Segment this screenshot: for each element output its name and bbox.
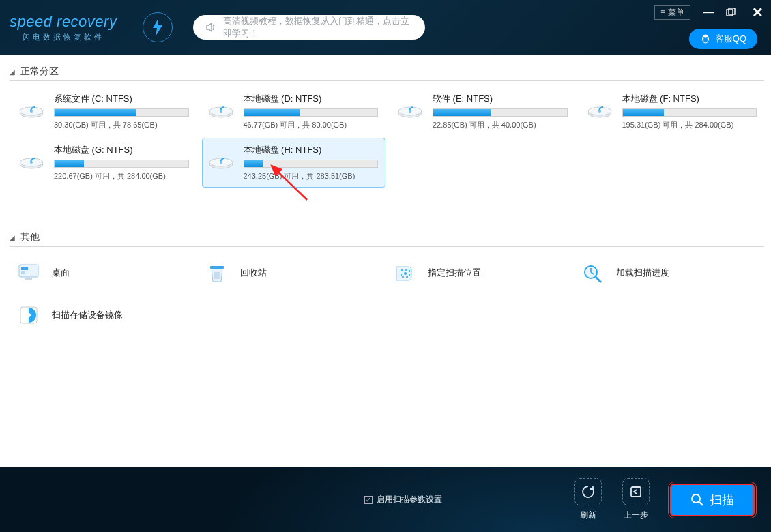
back-label: 上一步: [624, 509, 648, 521]
drive-stat: 220.67(GB) 可用，共 284.00(GB): [54, 171, 189, 181]
hdd-icon: [207, 144, 235, 173]
svg-point-38: [692, 494, 700, 503]
logo-bolt-icon: [143, 12, 173, 42]
drive-item[interactable]: 软件 (E: NTFS)22.85(GB) 可用，共 40.00(GB): [391, 87, 575, 136]
other-label: 桌面: [52, 267, 70, 279]
drive-item[interactable]: 本地磁盘 (H: NTFS)243.25(GB) 可用，共 283.51(GB): [202, 138, 386, 188]
drive-grid: 系统文件 (C: NTFS)30.30(GB) 可用，共 78.65(GB)本地…: [7, 87, 764, 188]
drive-item[interactable]: 本地磁盘 (G: NTFS)220.67(GB) 可用，共 284.00(GB): [12, 138, 197, 188]
other-label: 扫描存储设备镜像: [52, 309, 123, 321]
footer-bar: ✓ 启用扫描参数设置 刷新 上一步 扫描: [0, 467, 771, 532]
svg-point-20: [30, 161, 33, 164]
partitions-title: 正常分区: [20, 65, 59, 78]
drive-item[interactable]: 本地磁盘 (D: NTFS)46.77(GB) 可用，共 80.00(GB): [202, 87, 386, 136]
other-item-target[interactable]: 指定扫描位置: [388, 256, 571, 289]
drive-name: 软件 (E: NTFS): [433, 93, 568, 105]
scan-label: 扫描: [710, 492, 734, 508]
collapse-triangle-icon: ◢: [10, 68, 15, 76]
svg-rect-29: [210, 266, 224, 269]
tutorial-text: 高清视频教程，数据恢复从入门到精通，点击立即学习！: [223, 15, 413, 40]
qq-label: 客服QQ: [715, 33, 746, 45]
others-grid: 桌面回收站指定扫描位置加载扫描进度扫描存储设备镜像: [7, 252, 764, 336]
checkbox-icon: ✓: [364, 496, 373, 504]
usage-bar: [244, 108, 379, 117]
disk-img-icon: [15, 301, 42, 329]
menu-lines-icon: ≡: [660, 8, 665, 17]
usage-bar: [433, 108, 568, 117]
svg-line-39: [699, 502, 703, 505]
collapse-triangle-icon: ◢: [10, 234, 15, 241]
svg-rect-26: [21, 271, 25, 274]
main-content: ◢ 正常分区 系统文件 (C: NTFS)30.30(GB) 可用，共 78.6…: [0, 55, 771, 467]
drive-stat: 243.25(GB) 可用，共 283.51(GB): [244, 171, 379, 181]
hdd-icon: [17, 93, 46, 121]
refresh-label: 刷新: [580, 509, 596, 521]
drive-item[interactable]: 本地磁盘 (F: NTFS)195.31(GB) 可用，共 284.00(GB): [581, 87, 765, 136]
others-section-header[interactable]: ◢ 其他: [10, 231, 764, 247]
svg-rect-24: [19, 265, 38, 277]
svg-rect-37: [631, 487, 641, 497]
refresh-button[interactable]: 刷新: [574, 478, 602, 521]
drive-item[interactable]: 系统文件 (C: NTFS)30.30(GB) 可用，共 78.65(GB): [12, 87, 197, 136]
drive-name: 本地磁盘 (H: NTFS): [244, 144, 379, 156]
others-title: 其他: [20, 231, 40, 243]
hdd-icon: [207, 93, 235, 121]
qq-penguin-icon: [700, 33, 711, 44]
search-icon: [690, 493, 704, 507]
maximize-button[interactable]: [726, 8, 740, 17]
menu-button[interactable]: ≡ 菜单: [654, 5, 690, 20]
svg-point-11: [220, 110, 222, 113]
svg-point-8: [30, 110, 33, 113]
window-controls: ≡ 菜单 — ✕: [654, 4, 764, 20]
drive-stat: 30.30(GB) 可用，共 78.65(GB): [54, 120, 189, 130]
other-item-desktop[interactable]: 桌面: [12, 256, 195, 289]
svg-point-17: [598, 110, 601, 113]
app-logo: speed recovery 闪电数据恢复软件: [10, 13, 117, 42]
minimize-button[interactable]: —: [701, 6, 715, 18]
logo-subtitle: 闪电数据恢复软件: [10, 32, 117, 42]
svg-point-4: [703, 37, 705, 38]
hdd-icon: [585, 93, 614, 121]
other-item-progress[interactable]: 加载扫描进度: [577, 256, 759, 289]
usage-bar: [54, 108, 189, 117]
svg-point-23: [220, 161, 222, 164]
other-item-recycle[interactable]: 回收站: [201, 256, 383, 289]
progress-icon: [579, 259, 607, 286]
svg-point-31: [404, 272, 407, 275]
enable-scan-params-label: 启用扫描参数设置: [377, 494, 442, 505]
svg-rect-28: [27, 277, 30, 279]
other-label: 回收站: [240, 267, 267, 279]
hdd-icon: [396, 93, 424, 121]
menu-label: 菜单: [668, 7, 684, 18]
scan-button[interactable]: 扫描: [670, 484, 755, 516]
partitions-section-header[interactable]: ◢ 正常分区: [10, 65, 764, 81]
svg-point-14: [409, 110, 411, 113]
usage-bar: [244, 160, 379, 168]
speaker-icon: [205, 22, 216, 33]
app-header: speed recovery 闪电数据恢复软件 高清视频教程，数据恢复从入门到精…: [0, 0, 771, 55]
enable-scan-params-checkbox[interactable]: ✓ 启用扫描参数设置: [364, 494, 442, 505]
other-item-disk-img[interactable]: 扫描存储设备镜像: [12, 299, 195, 331]
svg-rect-25: [21, 267, 28, 270]
other-label: 加载扫描进度: [616, 267, 669, 279]
usage-bar: [622, 108, 757, 117]
recycle-icon: [203, 259, 231, 286]
drive-name: 本地磁盘 (D: NTFS): [244, 93, 379, 105]
hdd-icon: [17, 144, 46, 173]
back-button[interactable]: 上一步: [622, 478, 650, 521]
drive-stat: 195.31(GB) 可用，共 284.00(GB): [622, 120, 757, 130]
close-button[interactable]: ✕: [751, 4, 764, 20]
drive-stat: 22.85(GB) 可用，共 40.00(GB): [433, 120, 568, 130]
svg-point-35: [27, 313, 31, 317]
svg-line-33: [596, 277, 601, 282]
desktop-icon: [15, 259, 42, 286]
tutorial-banner[interactable]: 高清视频教程，数据恢复从入门到精通，点击立即学习！: [193, 15, 425, 40]
customer-service-button[interactable]: 客服QQ: [689, 29, 757, 49]
other-label: 指定扫描位置: [428, 267, 481, 279]
logo-title: speed recovery: [10, 13, 117, 31]
drive-name: 本地磁盘 (F: NTFS): [622, 93, 757, 105]
svg-point-5: [706, 37, 708, 38]
target-icon: [391, 259, 418, 286]
drive-stat: 46.77(GB) 可用，共 80.00(GB): [244, 120, 379, 130]
usage-bar: [54, 160, 189, 168]
